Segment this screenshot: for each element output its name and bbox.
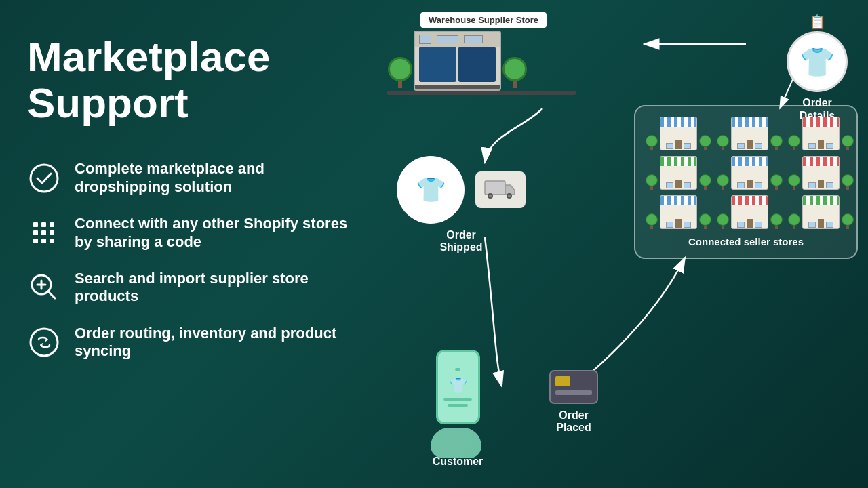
store-tree-1-right — [699, 135, 711, 150]
store-building-3 — [802, 117, 840, 150]
order-shipped-row: 👕 — [397, 156, 526, 224]
store-tree-6-right — [842, 174, 854, 190]
store-combo-3 — [788, 117, 854, 150]
feature-text-routing: Order routing, inventory and product syn… — [75, 325, 353, 361]
order-placed-section: Order Placed — [549, 370, 598, 434]
store-tree-6-left — [788, 174, 800, 190]
warehouse-window-2 — [437, 35, 458, 43]
svg-point-17 — [489, 195, 492, 197]
warehouse-section: Warehouse Supplier Store — [387, 12, 576, 95]
store-tree-3-right — [842, 135, 854, 150]
tree-trunk-right — [513, 81, 517, 88]
store-tree-7-right — [699, 214, 711, 229]
warehouse-window-3 — [464, 35, 483, 43]
store-item-8 — [717, 195, 783, 229]
svg-rect-5 — [41, 230, 46, 235]
feature-text-complete: Complete marketplace and dropshipping so… — [75, 160, 353, 196]
order-shipped-label: Order Shipped — [439, 229, 482, 253]
store-building-5 — [731, 156, 768, 190]
store-combo-2 — [717, 117, 783, 150]
store-item-7 — [646, 195, 711, 229]
warehouse-label: Warehouse Supplier Store — [420, 12, 547, 28]
order-placed-label: Order Placed — [556, 409, 591, 434]
store-tree-5-left — [717, 174, 729, 190]
store-tree-5-right — [770, 174, 783, 190]
left-section: Marketplace Support Complete marketplace… — [27, 34, 353, 361]
clipboard-icon: 📋 — [809, 14, 826, 30]
tree-trunk-left — [398, 81, 402, 88]
store-tree-4-right — [699, 174, 711, 190]
store-item-2 — [717, 117, 783, 150]
store-tree-8-right — [770, 214, 783, 229]
store-combo-1 — [646, 117, 711, 150]
store-building-9 — [802, 195, 840, 229]
feature-text-connect: Connect with any other Shopify stores by… — [75, 215, 353, 251]
store-combo-7 — [646, 195, 711, 229]
store-item-6 — [788, 156, 854, 190]
store-tree-1-left — [646, 135, 658, 150]
order-shipped-section: 👕 Order Shipped — [397, 156, 526, 253]
store-item-5 — [717, 156, 783, 190]
warehouse-doors — [415, 47, 500, 85]
svg-rect-15 — [485, 181, 505, 195]
store-building-6 — [802, 156, 840, 190]
feature-item-connect: Connect with any other Shopify stores by… — [27, 215, 353, 251]
store-tree-2-right — [770, 135, 783, 150]
warehouse-door-2 — [458, 47, 496, 82]
warehouse-tree-left — [387, 57, 414, 91]
tshirt-icon-phone: 👕 — [449, 377, 467, 394]
store-combo-9 — [788, 195, 854, 229]
customer-section: 👕 Customer — [427, 350, 488, 468]
feature-text-search: Search and import supplier store product… — [75, 270, 353, 306]
svg-point-11 — [31, 329, 58, 356]
store-tree-4-left — [646, 174, 658, 190]
truck-icon-container — [475, 171, 526, 208]
truck-svg — [484, 177, 517, 200]
tshirt-icon-shipped: 👕 — [416, 176, 446, 204]
svg-rect-1 — [33, 222, 38, 227]
warehouse-top — [415, 32, 500, 47]
warehouse-door-1 — [419, 47, 456, 82]
feature-item-routing: Order routing, inventory and product syn… — [27, 325, 353, 361]
order-shipped-circle: 👕 — [397, 156, 465, 224]
warehouse-tree-right — [501, 57, 528, 91]
page-title: Marketplace Support — [27, 34, 353, 126]
store-item-9 — [788, 195, 854, 229]
store-item-4 — [646, 156, 711, 190]
check-circle-icon — [27, 161, 61, 195]
seller-stores-label: Connected seller stores — [646, 236, 846, 247]
store-building-7 — [660, 195, 697, 229]
svg-point-19 — [508, 195, 511, 197]
tree-top-right — [502, 57, 527, 81]
svg-rect-6 — [50, 230, 54, 235]
svg-rect-2 — [41, 222, 46, 227]
phone-body: 👕 — [436, 350, 480, 424]
store-combo-8 — [717, 195, 783, 229]
card-chip — [555, 376, 570, 386]
store-tree-3-left — [788, 135, 800, 150]
warehouse-base — [415, 85, 500, 89]
svg-point-0 — [31, 165, 58, 192]
card-stripe — [555, 390, 592, 395]
svg-rect-4 — [33, 230, 38, 235]
diagram-section: Warehouse Supplier Store — [359, 0, 868, 488]
store-tree-7-left — [646, 214, 658, 229]
warehouse-window-1 — [419, 35, 431, 44]
store-item-3 — [788, 117, 854, 150]
store-tree-9-right — [842, 214, 854, 229]
store-building-8 — [731, 195, 768, 229]
svg-rect-3 — [50, 222, 54, 227]
search-plus-icon — [27, 270, 61, 304]
svg-rect-9 — [50, 239, 54, 243]
store-tree-2-left — [717, 135, 729, 150]
feature-item-complete: Complete marketplace and dropshipping so… — [27, 160, 353, 196]
phone-line-2 — [448, 404, 468, 407]
warehouse-ground — [387, 91, 576, 95]
store-combo-6 — [788, 156, 854, 190]
stores-grid — [646, 117, 846, 229]
tree-top-left — [388, 57, 412, 81]
store-tree-9-left — [788, 214, 800, 229]
feature-item-search: Search and import supplier store product… — [27, 270, 353, 306]
phone-line-1 — [443, 398, 472, 401]
grid-icon — [27, 216, 61, 250]
